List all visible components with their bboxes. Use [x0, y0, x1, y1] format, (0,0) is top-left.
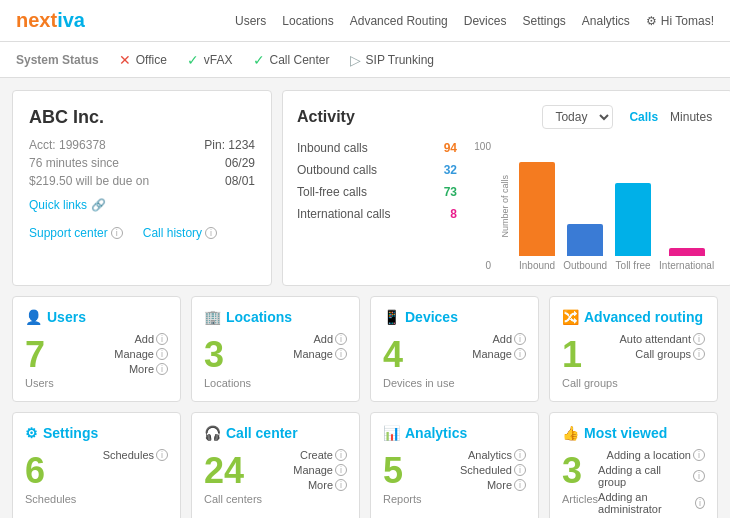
nav-user: ⚙ Hi Tomas! — [646, 14, 714, 28]
card-devices: 📱 Devices 4 Devices in use Addi Managei — [370, 296, 539, 402]
callcenter-manage[interactable]: Managei — [293, 464, 347, 476]
bar-international: International — [659, 248, 714, 271]
locations-add[interactable]: Addi — [313, 333, 347, 345]
status-office: ✕ Office — [119, 52, 167, 68]
company-info-card: ABC Inc. Acct: 1996378 Pin: 1234 76 minu… — [12, 90, 272, 286]
users-add[interactable]: Addi — [134, 333, 168, 345]
devices-manage[interactable]: Managei — [472, 348, 526, 360]
callcenter-icon: ✓ — [253, 52, 265, 68]
callcenter-count: 24 — [204, 453, 293, 489]
mv-location[interactable]: Adding a locationi — [607, 449, 705, 461]
nav-links: Users Locations Advanced Routing Devices… — [235, 14, 630, 28]
activity-stats: Inbound calls 94 Outbound calls 32 Toll-… — [297, 141, 457, 271]
bar-tollfree: Toll free — [615, 183, 651, 271]
status-sip: ▷ SIP Trunking — [350, 52, 434, 68]
users-count: 7 — [25, 337, 114, 373]
toggle-minutes[interactable]: Minutes — [664, 108, 718, 126]
card-most-viewed-title: 👍 Most viewed — [562, 425, 705, 441]
mv-admin[interactable]: Adding an administratori — [598, 491, 705, 515]
support-info-icon: i — [111, 227, 123, 239]
card-analytics-title: 📊 Analytics — [383, 425, 526, 441]
card-users-title: 👤 Users — [25, 309, 168, 325]
minutes-row: 76 minutes since 06/29 — [29, 156, 255, 170]
nav-users[interactable]: Users — [235, 14, 266, 28]
nav-settings[interactable]: Settings — [522, 14, 565, 28]
card-locations: 🏢 Locations 3 Locations Addi Managei — [191, 296, 360, 402]
analytics-more[interactable]: Morei — [487, 479, 526, 491]
cards-grid: 👤 Users 7 Users Addi Managei Morei 🏢 Loc… — [12, 296, 718, 518]
settings-schedules[interactable]: Schedulesi — [103, 449, 168, 461]
users-more[interactable]: Morei — [129, 363, 168, 375]
card-analytics: 📊 Analytics 5 Reports Analyticsi Schedul… — [370, 412, 539, 518]
status-bar-label: System Status — [16, 53, 99, 67]
mv-callgroup[interactable]: Adding a call groupi — [598, 464, 705, 488]
quick-links[interactable]: Quick links 🔗 — [29, 198, 255, 212]
nav-advanced-routing[interactable]: Advanced Routing — [350, 14, 448, 28]
card-most-viewed: 👍 Most viewed 3 Articles Adding a locati… — [549, 412, 718, 518]
top-row: ABC Inc. Acct: 1996378 Pin: 1234 76 minu… — [12, 90, 718, 286]
logo: nextiva — [16, 9, 85, 32]
card-settings: ⚙ Settings 6 Schedules Schedulesi — [12, 412, 181, 518]
card-devices-title: 📱 Devices — [383, 309, 526, 325]
company-name: ABC Inc. — [29, 107, 255, 128]
analytics-scheduled[interactable]: Scheduledi — [460, 464, 526, 476]
status-bar: System Status ✕ Office ✓ vFAX ✓ Call Cen… — [0, 42, 730, 78]
period-select[interactable]: Today — [542, 105, 613, 129]
bar-outbound: Outbound — [563, 224, 607, 271]
chart-y-label: Number of calls — [500, 175, 510, 238]
articles-count: 3 — [562, 453, 598, 489]
devices-add[interactable]: Addi — [492, 333, 526, 345]
locations-count: 3 — [204, 337, 293, 373]
support-row: Support center i Call history i — [29, 226, 255, 240]
stat-international: International calls 8 — [297, 207, 457, 221]
routing-groups[interactable]: Call groupsi — [635, 348, 705, 360]
stat-tollfree: Toll-free calls 73 — [297, 185, 457, 199]
analytics-label: Reports — [383, 493, 460, 505]
status-callcenter: ✓ Call Center — [253, 52, 330, 68]
status-vfax: ✓ vFAX — [187, 52, 233, 68]
chart-area: 100 0 Number of calls Inbound — [467, 141, 718, 271]
sip-icon: ▷ — [350, 52, 361, 68]
callcenter-more[interactable]: Morei — [308, 479, 347, 491]
card-call-center: 🎧 Call center 24 Call centers Createi Ma… — [191, 412, 360, 518]
vfax-icon: ✓ — [187, 52, 199, 68]
routing-count: 1 — [562, 337, 619, 373]
users-label: Users — [25, 377, 114, 389]
history-info-icon: i — [205, 227, 217, 239]
acct-row: Acct: 1996378 Pin: 1234 — [29, 138, 255, 152]
nav-analytics[interactable]: Analytics — [582, 14, 630, 28]
top-nav: nextiva Users Locations Advanced Routing… — [0, 0, 730, 42]
activity-body: Inbound calls 94 Outbound calls 32 Toll-… — [297, 141, 718, 271]
card-settings-title: ⚙ Settings — [25, 425, 168, 441]
analytics-link[interactable]: Analyticsi — [468, 449, 526, 461]
users-manage[interactable]: Managei — [114, 348, 168, 360]
routing-label: Call groups — [562, 377, 619, 389]
locations-manage[interactable]: Managei — [293, 348, 347, 360]
office-icon: ✕ — [119, 52, 131, 68]
locations-label: Locations — [204, 377, 293, 389]
card-adv-routing-title: 🔀 Advanced routing — [562, 309, 705, 325]
card-advanced-routing: 🔀 Advanced routing 1 Call groups Auto at… — [549, 296, 718, 402]
due-row: $219.50 will be due on 08/01 — [29, 174, 255, 188]
articles-label: Articles — [562, 493, 598, 505]
toggle-calls[interactable]: Calls — [623, 108, 664, 126]
callcenter-label: Call centers — [204, 493, 293, 505]
call-history-link[interactable]: Call history i — [143, 226, 217, 240]
settings-label: Schedules — [25, 493, 103, 505]
bar-inbound: Inbound — [519, 162, 555, 271]
chart-zero-label: 0 — [485, 260, 491, 271]
stat-outbound: Outbound calls 32 — [297, 163, 457, 177]
support-center-link[interactable]: Support center i — [29, 226, 123, 240]
settings-count: 6 — [25, 453, 103, 489]
analytics-count: 5 — [383, 453, 460, 489]
callcenter-create[interactable]: Createi — [300, 449, 347, 461]
activity-header: Activity Today Calls Minutes — [297, 105, 718, 129]
nav-locations[interactable]: Locations — [282, 14, 333, 28]
devices-label: Devices in use — [383, 377, 472, 389]
nav-devices[interactable]: Devices — [464, 14, 507, 28]
routing-auto[interactable]: Auto attendanti — [619, 333, 705, 345]
stat-inbound: Inbound calls 94 — [297, 141, 457, 155]
card-locations-title: 🏢 Locations — [204, 309, 347, 325]
main-content: ABC Inc. Acct: 1996378 Pin: 1234 76 minu… — [0, 78, 730, 518]
activity-title: Activity — [297, 108, 355, 126]
